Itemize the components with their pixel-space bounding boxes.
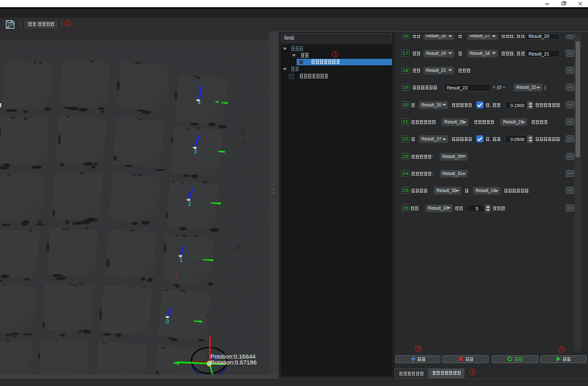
svg-text:1: 1 [180,257,183,263]
svg-text:Position:0.16644: Position:0.16644 [210,353,255,360]
svg-text:4: 4 [198,99,201,106]
svg-text:Rotation:0.67186: Rotation:0.67186 [210,359,257,366]
svg-text:2: 2 [188,201,191,207]
svg-text:3: 3 [194,148,197,155]
svg-text:0: 0 [166,318,169,325]
